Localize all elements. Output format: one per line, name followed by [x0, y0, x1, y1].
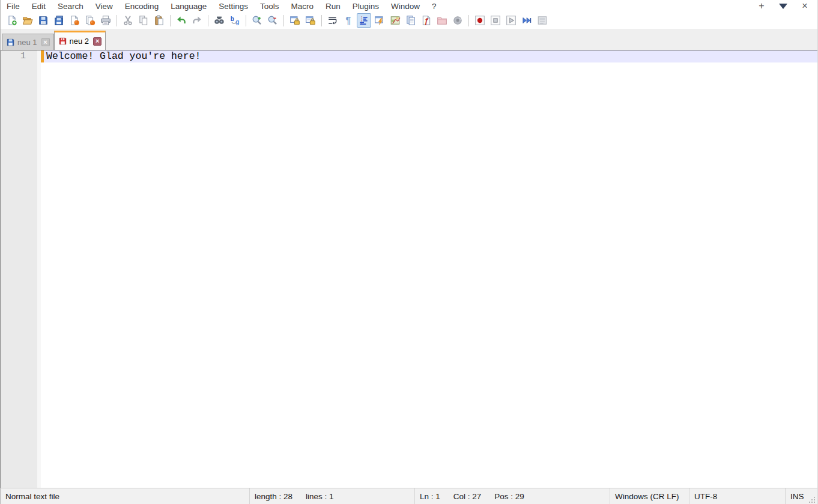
line-number-margin[interactable]: 1: [1, 50, 37, 62]
resize-grip-icon[interactable]: [808, 496, 816, 504]
modified-file-icon: [58, 37, 67, 46]
status-typing-mode[interactable]: INS: [786, 488, 817, 504]
menu-view[interactable]: View: [89, 1, 119, 12]
status-pos: Pos : 29: [494, 492, 524, 501]
find-icon[interactable]: [212, 13, 226, 28]
status-ln: Ln : 1: [420, 492, 440, 501]
menu-search[interactable]: Search: [52, 1, 89, 12]
menu-tools[interactable]: Tools: [254, 1, 285, 12]
status-doc-size: length : 28 lines : 1: [250, 488, 415, 504]
close-all-icon[interactable]: [83, 13, 97, 28]
status-doc-type: Normal text file: [1, 488, 250, 504]
status-eol-format[interactable]: Windows (CR LF): [610, 488, 689, 504]
function-list-icon[interactable]: [372, 13, 387, 28]
new-tab-button[interactable]: +: [755, 1, 768, 11]
tab-bar-controls: + ×: [755, 1, 817, 11]
menu-plugins[interactable]: Plugins: [347, 1, 385, 12]
menu-help[interactable]: ?: [426, 1, 443, 12]
svg-text:g: g: [235, 19, 239, 25]
text-area-fill[interactable]: [41, 62, 817, 488]
folder-as-workspace-icon[interactable]: ƒ: [419, 13, 434, 28]
copy-icon[interactable]: [136, 13, 151, 28]
toolbar: bg ¶ ƒ: [1, 12, 817, 29]
tab-list-dropdown-icon[interactable]: [777, 1, 790, 11]
status-length: length : 28: [255, 492, 292, 501]
editor-text[interactable]: Welcome! Glad you're here!: [46, 50, 201, 62]
change-history-marker: [41, 50, 44, 62]
tab-close-icon[interactable]: ×: [41, 38, 50, 46]
macro-run-multiple-icon[interactable]: [520, 13, 534, 28]
macro-record-icon[interactable]: [473, 13, 487, 28]
word-wrap-icon[interactable]: [326, 13, 340, 28]
document-map-icon[interactable]: [388, 13, 402, 28]
tab-label: neu 1: [17, 38, 37, 47]
status-lines: lines : 1: [306, 492, 334, 501]
cut-icon[interactable]: [121, 13, 135, 28]
save-file-icon[interactable]: [36, 13, 50, 28]
svg-text:ƒ: ƒ: [425, 17, 429, 25]
editor-pane[interactable]: 1 Welcome! Glad you're here!: [1, 50, 817, 488]
tab-neu-2[interactable]: neu 2 ×: [54, 31, 106, 50]
svg-text:b: b: [231, 16, 234, 22]
menu-encoding[interactable]: Encoding: [119, 1, 165, 12]
status-bar: Normal text file length : 28 lines : 1 L…: [1, 488, 817, 504]
line-number-margin-fill: [1, 62, 37, 488]
paste-icon[interactable]: [152, 13, 166, 28]
toolbar-separator: [208, 15, 208, 26]
open-file-icon[interactable]: [20, 13, 35, 28]
print-icon[interactable]: [98, 13, 113, 28]
show-all-characters-icon[interactable]: ¶: [341, 13, 356, 28]
menu-edit[interactable]: Edit: [26, 1, 52, 12]
macro-save-icon[interactable]: [535, 13, 550, 28]
replace-icon[interactable]: bg: [228, 13, 242, 28]
macro-play-icon[interactable]: [504, 13, 518, 28]
tab-close-icon[interactable]: ×: [93, 37, 101, 46]
redo-icon[interactable]: [190, 13, 204, 28]
undo-icon[interactable]: [174, 13, 189, 28]
tab-neu-1[interactable]: neu 1 ×: [2, 34, 54, 50]
project-panel-icon[interactable]: [435, 13, 449, 28]
svg-text:¶: ¶: [346, 16, 351, 26]
sync-horizontal-scroll-icon[interactable]: [303, 13, 318, 28]
document-list-icon[interactable]: [404, 13, 418, 28]
status-encoding[interactable]: UTF-8: [689, 488, 786, 504]
toolbar-separator: [283, 15, 284, 26]
new-file-icon[interactable]: [5, 13, 19, 28]
menu-run[interactable]: Run: [320, 1, 347, 12]
close-file-icon[interactable]: [67, 13, 82, 28]
line-number: 1: [20, 51, 26, 61]
menu-settings[interactable]: Settings: [213, 1, 254, 12]
zoom-out-icon[interactable]: [265, 13, 280, 28]
editor-empty-area[interactable]: [1, 62, 817, 488]
save-all-icon[interactable]: [52, 13, 66, 28]
menu-language[interactable]: Language: [165, 1, 213, 12]
monitoring-icon[interactable]: [450, 13, 465, 28]
status-cursor-position: Ln : 1 Col : 27 Pos : 29: [415, 488, 610, 504]
toolbar-separator: [170, 15, 171, 26]
macro-stop-icon[interactable]: [488, 13, 503, 28]
menu-macro[interactable]: Macro: [285, 1, 320, 12]
toolbar-separator: [246, 15, 246, 26]
tab-bar: neu 1 × neu 2 ×: [1, 29, 817, 50]
toolbar-separator: [117, 15, 117, 26]
sync-vertical-scroll-icon[interactable]: [288, 13, 302, 28]
status-col: Col : 27: [453, 492, 482, 501]
menu-file[interactable]: File: [1, 1, 26, 12]
toolbar-separator: [321, 15, 322, 26]
toolbar-separator: [468, 15, 469, 26]
close-tab-button[interactable]: ×: [798, 1, 811, 11]
tab-label: neu 2: [70, 37, 89, 46]
editor-line-1[interactable]: 1 Welcome! Glad you're here!: [1, 50, 817, 62]
notepad-plus-plus-window: File Edit Search View Encoding Language …: [0, 0, 818, 504]
zoom-in-icon[interactable]: [250, 13, 264, 28]
show-indent-guide-icon[interactable]: [357, 13, 371, 28]
saved-file-icon: [6, 38, 15, 47]
menu-window[interactable]: Window: [385, 1, 426, 12]
menu-bar: File Edit Search View Encoding Language …: [1, 0, 817, 12]
